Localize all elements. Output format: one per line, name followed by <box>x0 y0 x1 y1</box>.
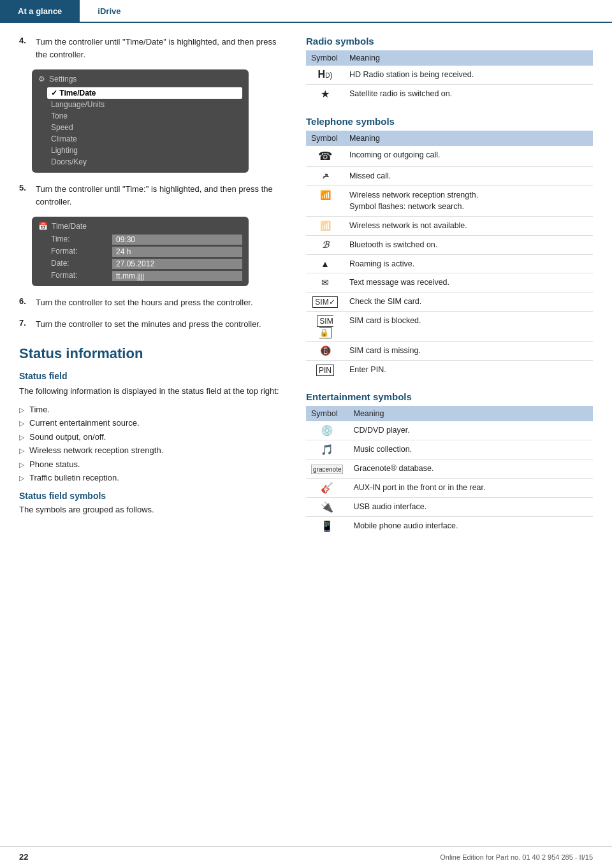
table-row: 🔌 USB audio interface. <box>306 498 593 517</box>
table-row: 🎵 Music collection. <box>306 440 593 459</box>
ent-meaning-aux: AUX-IN port in the front or in the rear. <box>348 479 593 498</box>
bullet-entertainment: ▷ Current entertainment source. <box>19 417 287 430</box>
tel-symbol-sim-blocked: SIM🔒 <box>306 311 344 341</box>
tel-meaning-sms: Text message was received. <box>344 273 593 293</box>
table-row: 📶 Wireless network reception strength.Sy… <box>306 185 593 217</box>
date-value: 27.05.2012 <box>112 259 242 269</box>
ent-symbol-gracenote: gracenote <box>306 459 348 479</box>
tel-col-meaning: Meaning <box>344 131 593 146</box>
step-6: 6. Turn the controller to set the hours … <box>19 296 287 309</box>
step-5: 5. Turn the controller until "Time:" is … <box>19 183 287 208</box>
menu-item-speed: Speed <box>51 122 242 133</box>
menu-item-language: Language/Units <box>51 99 242 110</box>
format2-value: tt.mm.jjjj <box>112 271 242 281</box>
ent-symbol-mobile: 📱 <box>306 517 348 536</box>
telephone-symbols-table: Symbol Meaning ☎ Incoming or outgoing ca… <box>306 131 593 379</box>
tab-at-a-glance[interactable]: At a glance <box>0 0 80 22</box>
ent-meaning-usb: USB audio interface. <box>348 498 593 517</box>
tel-symbol-call: ☎ <box>306 146 344 167</box>
step-6-text: Turn the controller to set the hours and… <box>36 296 253 309</box>
radio-symbol-hd: HD) <box>306 66 344 84</box>
tel-meaning-signal: Wireless network reception strength.Symb… <box>344 185 593 217</box>
status-field-heading: Status field <box>19 371 287 381</box>
page-number: 22 <box>19 852 28 862</box>
settings-screen: ⚙ Settings ✓ Time/Date Language/Units To… <box>32 69 249 173</box>
left-column: 4. Turn the controller until "Time/Date"… <box>19 36 287 548</box>
tab-idrive[interactable]: iDrive <box>80 0 138 22</box>
table-row: ▲ Roaming is active. <box>306 254 593 273</box>
bullet-entertainment-text: Current entertainment source. <box>29 417 140 430</box>
table-row: SIM✓ Check the SIM card. <box>306 293 593 312</box>
radio-col-meaning: Meaning <box>344 50 593 66</box>
tel-symbol-signal: 📶 <box>306 185 344 217</box>
table-row: 📶 Wireless network is not available. <box>306 217 593 236</box>
footer-text: Online Edition for Part no. 01 40 2 954 … <box>440 853 593 861</box>
bullet-arrow-icon: ▷ <box>19 473 26 484</box>
bullet-phone-text: Phone status. <box>29 458 80 471</box>
ent-col-symbol: Symbol <box>306 406 348 421</box>
radio-symbols-table: Symbol Meaning HD) HD Radio station is b… <box>306 50 593 103</box>
time-label: Time: <box>51 235 108 245</box>
table-row: 📱 Mobile phone audio interface. <box>306 517 593 536</box>
tel-symbol-sms: ✉ <box>306 273 344 293</box>
tel-meaning-call: Incoming or outgoing call. <box>344 146 593 167</box>
ent-meaning-cd: CD/DVD player. <box>348 421 593 440</box>
radio-meaning-hd: HD Radio station is being received. <box>344 66 593 84</box>
ent-meaning-music: Music collection. <box>348 440 593 459</box>
bullet-arrow-icon: ▷ <box>19 445 26 456</box>
tel-meaning-missed: Missed call. <box>344 166 593 185</box>
tel-symbol-no-network: 📶 <box>306 217 344 236</box>
bullet-traffic-text: Traffic bulletin reception. <box>29 472 119 484</box>
radio-symbols-heading: Radio symbols <box>306 36 593 47</box>
step-6-number: 6. <box>19 296 31 306</box>
entertainment-symbols-table: Symbol Meaning 💿 CD/DVD player. 🎵 Music … <box>306 406 593 535</box>
menu-item-lighting: Lighting <box>51 145 242 156</box>
calendar-icon: 📅 <box>38 222 48 231</box>
format2-label: Format: <box>51 271 108 281</box>
menu-item-climate: Climate <box>51 133 242 145</box>
step-5-number: 5. <box>19 183 31 192</box>
ent-meaning-gracenote: Gracenote® database. <box>348 459 593 479</box>
timedate-grid: Time: 09:30 Format: 24 h Date: 27.05.201… <box>51 235 242 281</box>
table-row: PIN Enter PIN. <box>306 360 593 379</box>
menu-item-timedate: ✓ Time/Date <box>47 87 242 99</box>
telephone-symbols-heading: Telephone symbols <box>306 116 593 127</box>
footer: 22 Online Edition for Part no. 01 40 2 9… <box>0 846 612 862</box>
table-row: SIM🔒 SIM card is blocked. <box>306 311 593 341</box>
tel-symbol-sim-missing: 📵 <box>306 341 344 360</box>
tel-symbol-sim-check: SIM✓ <box>306 293 344 312</box>
bullet-time-text: Time. <box>29 403 50 416</box>
time-value: 09:30 <box>112 235 242 245</box>
timedate-screen: 📅 Time/Date Time: 09:30 Format: 24 h Dat… <box>32 217 249 286</box>
main-content: 4. Turn the controller until "Time/Date"… <box>0 23 612 574</box>
tel-symbol-roaming: ▲ <box>306 254 344 273</box>
table-row: 📵 SIM card is missing. <box>306 341 593 360</box>
bullet-traffic: ▷ Traffic bulletin reception. <box>19 472 287 484</box>
table-row: 💿 CD/DVD player. <box>306 421 593 440</box>
bullet-sound: ▷ Sound output, on/off. <box>19 431 287 444</box>
tel-meaning-sim-check: Check the SIM card. <box>344 293 593 312</box>
tel-symbol-bluetooth: ℬ <box>306 235 344 254</box>
table-row: ℬ Bluetooth is switched on. <box>306 235 593 254</box>
tel-col-symbol: Symbol <box>306 131 344 146</box>
step-7-text: Turn the controller to set the minutes a… <box>36 318 261 331</box>
step-5-text: Turn the controller until "Time:" is hig… <box>36 183 287 208</box>
table-row: ☎ Incoming or outgoing call. <box>306 146 593 167</box>
table-row: ↗̶ Missed call. <box>306 166 593 185</box>
header: At a glance iDrive <box>0 0 612 23</box>
step-7: 7. Turn the controller to set the minute… <box>19 318 287 331</box>
tel-meaning-sim-blocked: SIM card is blocked. <box>344 311 593 341</box>
status-bullet-list: ▷ Time. ▷ Current entertainment source. … <box>19 403 287 484</box>
ent-col-meaning: Meaning <box>348 406 593 421</box>
step-7-number: 7. <box>19 318 31 328</box>
tel-symbol-missed: ↗̶ <box>306 166 344 185</box>
tel-symbol-pin: PIN <box>306 360 344 379</box>
step-4: 4. Turn the controller until "Time/Date"… <box>19 36 287 61</box>
bullet-arrow-icon: ▷ <box>19 459 26 470</box>
bullet-time: ▷ Time. <box>19 403 287 416</box>
bullet-sound-text: Sound output, on/off. <box>29 431 106 444</box>
ent-symbol-aux: 🎸 <box>306 479 348 498</box>
step-4-text: Turn the controller until "Time/Date" is… <box>36 36 287 61</box>
settings-title: ⚙ Settings <box>38 75 242 83</box>
table-row: gracenote Gracenote® database. <box>306 459 593 479</box>
